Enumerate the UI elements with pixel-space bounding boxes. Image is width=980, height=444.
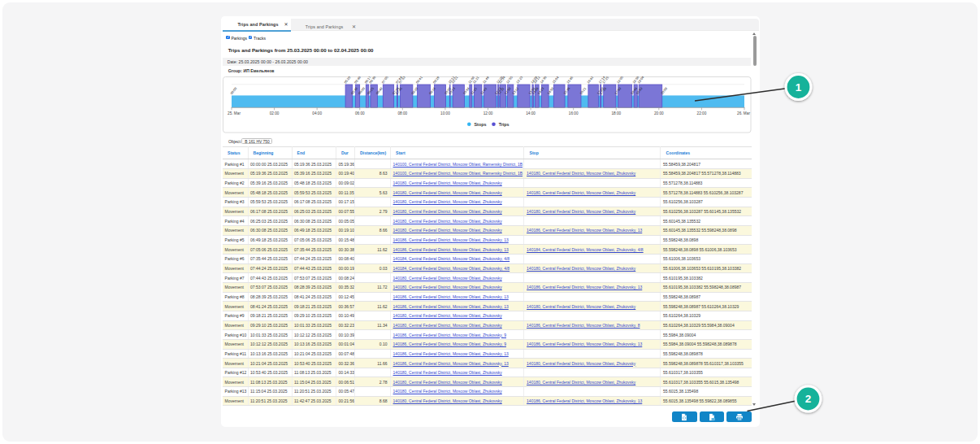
svg-text:1: 1 — [796, 81, 802, 94]
svg-text:2: 2 — [805, 393, 812, 405]
